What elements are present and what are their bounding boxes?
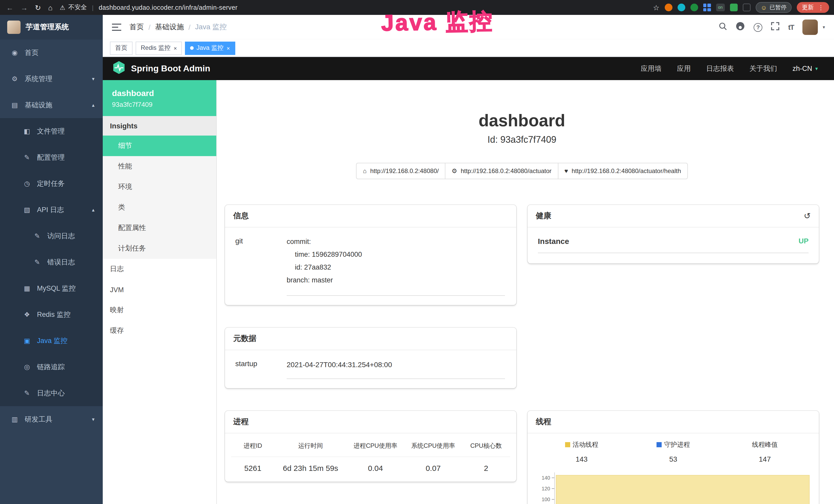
close-icon[interactable]: × xyxy=(226,45,230,51)
sidebar-item-mysql-monitor[interactable]: ▦ MySQL 监控 xyxy=(0,275,103,301)
instance-label: Instance xyxy=(538,237,569,246)
sba-item-jvm[interactable]: JVM xyxy=(103,279,216,300)
browser-menu-icon[interactable]: ⋮ xyxy=(818,4,824,11)
process-cpu-value: 0.04 xyxy=(347,457,404,473)
extension-grid-icon[interactable] xyxy=(703,4,711,11)
url-text[interactable]: dashboard.yudao.iocoder.cn/infra/admin-s… xyxy=(98,4,238,11)
fullscreen-icon[interactable] xyxy=(771,22,780,32)
back-icon[interactable]: ← xyxy=(6,3,13,12)
sba-item-environment[interactable]: 环境 xyxy=(103,177,216,197)
card-title-text: 元数据 xyxy=(233,334,256,344)
sidebar-item-api-log[interactable]: ▧ API 日志 ▴ xyxy=(0,197,103,223)
health-instance-row[interactable]: Instance UP xyxy=(538,237,809,253)
breadcrumb: 首页 / 基础设施 / Java 监控 xyxy=(129,23,227,32)
sidebar-item-access-log[interactable]: ✎ 访问日志 xyxy=(0,223,103,249)
sidebar-item-config-mgmt[interactable]: ✎ 配置管理 xyxy=(0,144,103,170)
search-icon[interactable] xyxy=(719,22,727,32)
page-title: dashboard xyxy=(225,111,819,131)
sba-item-beans[interactable]: 类 xyxy=(103,197,216,218)
service-url-link[interactable]: ⌂ http://192.168.0.2:48080/ xyxy=(356,163,445,179)
home-icon[interactable]: ⌂ xyxy=(48,3,52,12)
sba-nav-wallboard[interactable]: 应用墙 xyxy=(641,64,661,73)
tab-java-monitor[interactable]: Java 监控 × xyxy=(185,41,235,55)
sba-nav-journal[interactable]: 日志报表 xyxy=(706,64,734,73)
sba-item-logging[interactable]: 日志 xyxy=(103,259,216,279)
sidebar-item-file-mgmt[interactable]: ◧ 文件管理 xyxy=(0,118,103,144)
extension-on-badge[interactable]: on xyxy=(716,4,725,11)
file-icon: ◧ xyxy=(23,127,31,135)
sidebar-item-log-center[interactable]: ✎ 日志中心 xyxy=(0,380,103,406)
sba-brand[interactable]: Spring Boot Admin xyxy=(112,61,211,76)
sba-item-mappings[interactable]: 映射 xyxy=(103,300,216,320)
extension-fox-icon[interactable] xyxy=(664,4,672,11)
extension-leaf-icon[interactable] xyxy=(730,4,738,11)
legend-peak-label: 线程峰值 xyxy=(752,441,778,449)
chevron-down-icon[interactable]: ▾ xyxy=(823,25,825,30)
text-size-icon[interactable]: tT xyxy=(788,23,794,31)
extension-green-icon[interactable] xyxy=(690,4,698,11)
status-badge: UP xyxy=(798,237,809,246)
github-icon[interactable] xyxy=(736,22,745,33)
sba-nav-applications[interactable]: 应用 xyxy=(677,64,691,73)
sidebar-item-system-mgmt[interactable]: ⚙ 系统管理 ▾ xyxy=(0,66,103,92)
extension-drop-icon[interactable] xyxy=(677,4,685,11)
legend-daemon-value: 53 xyxy=(628,455,719,463)
close-icon[interactable]: × xyxy=(174,45,177,51)
legend-daemon: 守护进程 53 xyxy=(628,441,719,463)
update-button[interactable]: 更新 ⋮ xyxy=(797,2,829,13)
hamburger-icon[interactable] xyxy=(112,23,121,31)
avatar[interactable] xyxy=(803,20,818,35)
sba-nav-about[interactable]: 关于我们 xyxy=(749,64,777,73)
chevron-down-icon: ▾ xyxy=(815,66,818,71)
info-key: git xyxy=(235,236,287,296)
sidebar-item-scheduled-tasks[interactable]: ◷ 定时任务 xyxy=(0,170,103,197)
sidebar-item-dev-tools[interactable]: ▥ 研发工具 ▾ xyxy=(0,406,103,432)
actuator-url-text: http://192.168.0.2:48080/actuator xyxy=(461,167,552,175)
sidebar-item-label: 研发工具 xyxy=(25,415,52,424)
sba-item-details[interactable]: 细节 xyxy=(103,136,216,156)
sidebar-item-infrastructure[interactable]: ▤ 基础设施 ▴ xyxy=(0,92,103,118)
sba-item-caches[interactable]: 缓存 xyxy=(103,320,216,341)
bookmark-star-icon[interactable]: ☆ xyxy=(653,3,659,12)
health-card: 健康 ↺ Instance UP xyxy=(528,205,819,264)
breadcrumb-home[interactable]: 首页 xyxy=(129,23,144,32)
metadata-card-body: startup 2021-04-27T00:44:31.254+08:00 xyxy=(225,350,516,388)
locale-selector[interactable]: zh-CN ▾ xyxy=(792,65,818,72)
extension-puzzle-icon[interactable] xyxy=(743,4,750,11)
sba-item-scheduled-tasks[interactable]: 计划任务 xyxy=(103,238,216,259)
metadata-card-title: 元数据 xyxy=(225,328,516,350)
tags-view-bar: 首页 Redis 监控 × Java 监控 × xyxy=(103,40,834,57)
card-title-text: 健康 xyxy=(536,211,551,221)
sba-logo-icon xyxy=(112,61,126,76)
actuator-url-link[interactable]: ⚙ http://192.168.0.2:48080/actuator xyxy=(445,163,558,179)
sba-item-config-props[interactable]: 配置属性 xyxy=(103,218,216,238)
tab-redis-monitor[interactable]: Redis 监控 × xyxy=(136,41,182,55)
sidebar-item-java-monitor[interactable]: ▣ Java 监控 xyxy=(0,328,103,354)
legend-live: 活动线程 143 xyxy=(536,441,628,463)
ytick-label: 140 xyxy=(542,475,550,481)
browser-chrome: ← → ↻ ⌂ ⚠ 不安全 | dashboard.yudao.iocoder.… xyxy=(0,0,834,15)
clock-icon: ◷ xyxy=(23,180,31,187)
help-icon[interactable]: ? xyxy=(754,23,763,31)
redis-icon: ❖ xyxy=(23,311,31,318)
app-logo[interactable]: 芋道管理系统 xyxy=(0,15,103,40)
profile-paused-badge[interactable]: ☺ 已暂停 xyxy=(755,2,792,13)
info-card-body: git commit: time: 1596289704000 id: 27aa… xyxy=(225,228,516,305)
address-bar[interactable]: ⚠ 不安全 | dashboard.yudao.iocoder.cn/infra… xyxy=(60,3,237,12)
sidebar-item-error-log[interactable]: ✎ 错误日志 xyxy=(0,249,103,275)
sidebar-item-redis-monitor[interactable]: ❖ Redis 监控 xyxy=(0,301,103,328)
reload-icon[interactable]: ↻ xyxy=(35,3,41,12)
instance-id: 93a3fc7f7409 xyxy=(112,101,207,108)
history-icon[interactable]: ↺ xyxy=(804,211,811,221)
forward-icon[interactable]: → xyxy=(21,3,28,12)
database-icon: ▦ xyxy=(23,284,31,292)
app-shell: 芋道管理系统 ◉ 首页 ⚙ 系统管理 ▾ ▤ 基础设施 ▴ ◧ xyxy=(0,15,834,504)
chevron-down-icon: ▾ xyxy=(92,76,94,82)
tab-home[interactable]: 首页 xyxy=(110,41,133,55)
health-url-link[interactable]: ♥ http://192.168.0.2:48080/actuator/heal… xyxy=(557,163,687,179)
breadcrumb-infrastructure[interactable]: 基础设施 xyxy=(155,23,184,32)
sidebar-item-trace[interactable]: ◎ 链路追踪 xyxy=(0,354,103,380)
sba-item-metrics[interactable]: 性能 xyxy=(103,156,216,177)
instance-header[interactable]: dashboard 93a3fc7f7409 xyxy=(103,80,216,116)
sidebar-item-home[interactable]: ◉ 首页 xyxy=(0,40,103,66)
